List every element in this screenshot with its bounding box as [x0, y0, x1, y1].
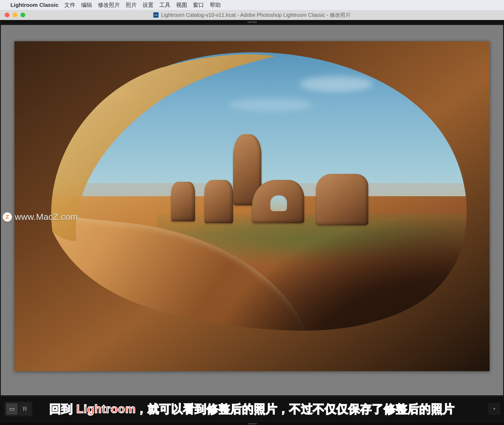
chevron-down-icon: ▾ [493, 406, 495, 411]
window-title-container: Lrc Lightroom Catalog-v10-v11.lrcat - Ad… [0, 12, 504, 19]
develop-viewport: ◂ ▸ [0, 24, 504, 396]
view-mode-group: ▭ R [5, 402, 32, 416]
menu-develop[interactable]: 修改照片 [98, 1, 120, 9]
chevron-up-icon: ▴▴▴▴▴▴▴ [248, 422, 257, 425]
watermark: Z www.MacZ.com [3, 212, 78, 222]
menu-tools[interactable]: 工具 [159, 1, 170, 9]
bottom-toolbar: ▭ R 回到 Lightroom，就可以看到修整后的照片，不过不仅仅保存了修整后… [0, 396, 504, 421]
menu-help[interactable]: 帮助 [210, 1, 221, 9]
photo-canvas-area[interactable] [1, 25, 503, 395]
menu-file[interactable]: 文件 [64, 1, 75, 9]
lightroom-app-icon: Lrc [153, 12, 159, 18]
top-panel-toggle[interactable]: ▾▾▾▾▾▾▾ [0, 20, 504, 24]
menu-view[interactable]: 视图 [176, 1, 187, 9]
filmstrip-toggle[interactable]: ▴▴▴▴▴▴▴ [0, 421, 504, 425]
watermark-badge-icon: Z [3, 212, 12, 222]
window-minimize-button[interactable] [13, 13, 17, 17]
window-maximize-button[interactable] [20, 13, 25, 17]
window-close-button[interactable] [5, 13, 9, 17]
tutorial-caption: 回到 Lightroom，就可以看到修整后的照片，不过不仅仅保存了修整后的照片 [32, 401, 472, 417]
chevron-down-icon: ▾▾▾▾▾▾▾ [248, 20, 257, 24]
rectangle-icon: ▭ [9, 406, 15, 412]
window-titlebar: Lrc Lightroom Catalog-v10-v11.lrcat - Ad… [0, 10, 504, 20]
menubar-app-name[interactable]: Lightroom Classic [10, 2, 59, 8]
menu-edit[interactable]: 编辑 [81, 1, 92, 9]
watermark-text: www.MacZ.com [15, 212, 78, 222]
macos-menubar: Lightroom Classic 文件 编辑 修改照片 照片 设置 工具 视图… [0, 0, 504, 10]
edited-photo [14, 41, 490, 371]
menu-settings[interactable]: 设置 [143, 1, 154, 9]
loupe-view-button[interactable]: ▭ [6, 403, 18, 415]
window-title: Lightroom Catalog-v10-v11.lrcat - Adobe … [161, 12, 351, 19]
menu-window[interactable]: 窗口 [193, 1, 204, 9]
r-button[interactable]: R [19, 403, 31, 415]
toolbar-options-button[interactable]: ▾ [489, 403, 500, 414]
traffic-lights [5, 13, 25, 17]
menu-photo[interactable]: 照片 [126, 1, 137, 9]
